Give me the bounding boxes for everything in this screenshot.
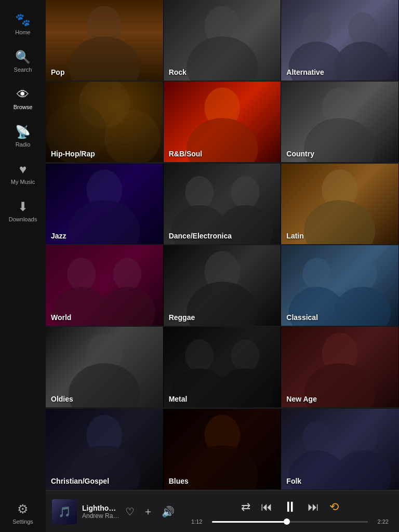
genre-cell-world[interactable]: World <box>46 245 164 326</box>
genre-grid: Pop Rock Alternative Hip-Hop/Rap <box>46 0 399 490</box>
player-artist: Andrew Rayel · Andrew R... <box>82 512 120 520</box>
genre-cell-alternative[interactable]: Alternative <box>281 0 399 81</box>
svg-point-47 <box>349 421 377 454</box>
total-time: 2:22 <box>372 518 389 525</box>
genre-label-latin: Latin <box>286 232 303 240</box>
player-title: Lighthouse <box>82 504 120 512</box>
add-button[interactable]: ＋ <box>143 504 153 518</box>
progress-row: 1:12 2:22 <box>181 518 399 525</box>
svg-point-7 <box>335 42 391 81</box>
genre-cell-dance[interactable]: Dance/Electronica <box>164 164 282 244</box>
genre-label-blues: Blues <box>169 477 189 485</box>
svg-point-29 <box>303 258 331 290</box>
genre-label-metal: Metal <box>169 395 188 403</box>
player-info: Lighthouse Andrew Rayel · Andrew R... <box>82 504 120 520</box>
genre-label-oldies: Oldies <box>51 395 73 403</box>
sidebar-item-browse[interactable]: 👁Browse <box>0 80 46 117</box>
shuffle-button[interactable]: ⇄ <box>241 500 250 514</box>
genre-cell-reggae[interactable]: Reggae <box>164 245 282 326</box>
sidebar-item-home[interactable]: 🐾Home <box>0 5 46 43</box>
like-button[interactable]: ♡ <box>125 506 135 518</box>
sidebar-item-label-mymusic: My Music <box>11 179 35 185</box>
browse-icon: 👁 <box>17 87 29 102</box>
genre-cell-jazz[interactable]: Jazz <box>46 164 164 244</box>
genre-cell-hiphop[interactable]: Hip-Hop/Rap <box>46 82 164 162</box>
sidebar: 🐾Home🔍Search👁Browse📡Radio♥My Music⬇Downl… <box>0 0 46 532</box>
genre-label-reggae: Reggae <box>169 313 195 322</box>
genre-label-folk: Folk <box>286 477 301 485</box>
genre-label-country: Country <box>286 150 314 158</box>
sidebar-item-settings[interactable]: ⚙Settings <box>0 495 46 532</box>
svg-point-37 <box>231 339 259 372</box>
svg-point-38 <box>217 368 273 407</box>
previous-button[interactable]: ⏮ <box>261 500 272 514</box>
progress-thumb <box>284 518 290 525</box>
genre-cell-newage[interactable]: New Age <box>281 327 399 407</box>
progress-fill <box>212 521 287 523</box>
svg-point-25 <box>113 258 142 290</box>
svg-point-44 <box>187 445 258 489</box>
genre-cell-rock[interactable]: Rock <box>164 0 282 81</box>
genre-cell-blues[interactable]: Blues <box>164 409 282 489</box>
svg-point-14 <box>304 118 375 162</box>
genre-cell-oldies[interactable]: Oldies <box>46 327 164 407</box>
svg-point-23 <box>67 258 96 290</box>
progress-bar[interactable] <box>212 521 368 523</box>
genre-label-alternative: Alternative <box>286 68 324 76</box>
genre-label-classical: Classical <box>286 313 318 322</box>
sidebar-item-label-settings: Settings <box>12 518 33 525</box>
player-actions: ♡ ＋ 🔊 <box>125 504 175 518</box>
genre-cell-classical[interactable]: Classical <box>281 245 399 326</box>
genre-label-world: World <box>51 313 71 322</box>
sidebar-item-radio[interactable]: 📡Radio <box>0 117 46 155</box>
pause-button[interactable]: ⏸ <box>283 498 297 515</box>
genre-cell-christian[interactable]: Christian/Gospel <box>46 409 164 489</box>
svg-point-16 <box>69 200 140 244</box>
genre-cell-country[interactable]: Country <box>281 82 399 162</box>
radio-icon: 📡 <box>15 125 31 139</box>
volume-button[interactable]: 🔊 <box>162 506 175 518</box>
genre-cell-pop[interactable]: Pop <box>46 0 164 81</box>
genre-label-hiphop: Hip-Hop/Rap <box>51 150 95 158</box>
current-time: 1:12 <box>191 518 208 525</box>
svg-point-32 <box>335 287 391 326</box>
svg-point-4 <box>303 12 331 45</box>
sidebar-item-label-browse: Browse <box>14 104 33 110</box>
genre-label-rock: Rock <box>169 68 187 76</box>
svg-point-28 <box>187 282 258 326</box>
genre-cell-rnb[interactable]: R&B/Soul <box>164 82 282 162</box>
sidebar-item-search[interactable]: 🔍Search <box>0 43 46 80</box>
loop-button[interactable]: ⟲ <box>329 500 339 514</box>
downloads-icon: ⬇ <box>18 200 28 214</box>
genre-cell-latin[interactable]: Latin <box>281 164 399 244</box>
player-artwork: 🎵 <box>52 499 77 524</box>
genre-label-pop: Pop <box>51 68 64 76</box>
sidebar-item-label-radio: Radio <box>16 141 31 148</box>
genre-label-rnb: R&B/Soul <box>169 150 203 158</box>
player-bar: 🎵 Lighthouse Andrew Rayel · Andrew R... … <box>46 490 399 532</box>
sidebar-item-mymusic[interactable]: ♥My Music <box>0 155 46 192</box>
genre-cell-metal[interactable]: Metal <box>164 327 282 407</box>
genre-label-christian: Christian/Gospel <box>51 477 109 485</box>
main-content: Pop Rock Alternative Hip-Hop/Rap <box>46 0 399 532</box>
svg-point-3 <box>187 36 258 81</box>
settings-icon: ⚙ <box>17 502 29 516</box>
svg-point-17 <box>185 176 214 209</box>
svg-point-45 <box>303 421 331 454</box>
genre-cell-folk[interactable]: Folk <box>281 409 399 489</box>
next-button[interactable]: ⏭ <box>308 500 319 514</box>
sidebar-item-label-downloads: Downloads <box>9 216 37 222</box>
svg-point-35 <box>185 339 214 372</box>
svg-point-26 <box>99 287 155 326</box>
search-icon: 🔍 <box>15 50 31 64</box>
svg-point-48 <box>335 450 391 489</box>
sidebar-item-label-search: Search <box>14 66 32 73</box>
genre-label-newage: New Age <box>286 395 317 403</box>
svg-point-19 <box>231 176 259 209</box>
player-art-icon: 🎵 <box>52 499 77 524</box>
svg-point-31 <box>349 258 377 290</box>
svg-point-6 <box>349 12 377 45</box>
home-icon: 🐾 <box>15 12 31 27</box>
sidebar-item-downloads[interactable]: ⬇Downloads <box>0 192 46 230</box>
svg-point-1 <box>69 36 140 81</box>
